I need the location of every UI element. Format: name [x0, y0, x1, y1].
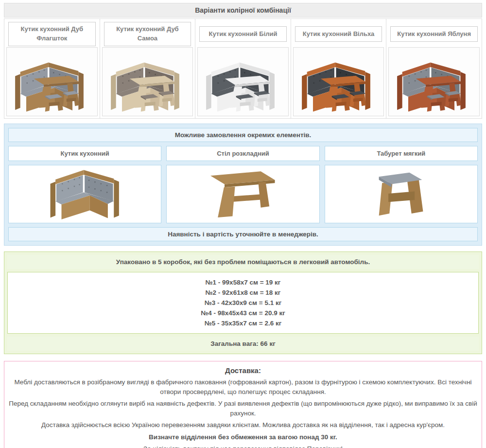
- box-dimension-line: №4 - 98х45х43 см = 20.9 кг: [10, 308, 476, 318]
- box-dimension-line: №1 - 99х58х7 см = 19 кг: [10, 277, 476, 287]
- element-title: Кутик кухонний: [8, 146, 161, 161]
- packaging-section: Упаковано в 5 коробок, які без проблем п…: [4, 251, 482, 354]
- variant-card: Кутик кухонний Дуб Флагшток: [4, 18, 100, 119]
- element-image[interactable]: [166, 165, 319, 223]
- variant-title: Кутик кухонний Вільха: [295, 26, 382, 42]
- kitchen-corner-set-icon: [104, 50, 191, 114]
- delivery-paragraph: Меблі доставляються в розібраному вигляд…: [8, 377, 478, 396]
- box-dimension-line: №3 - 42х30х9 см = 5.1 кг: [10, 298, 476, 308]
- box-dimension-line: №5 - 35х35х7 см = 2.6 кг: [10, 318, 476, 328]
- variant-title-wrap: Кутик кухонний Дуб Флагшток: [6, 21, 98, 47]
- product-info-page: Варіанти колірної комбінації Кутик кухон…: [4, 3, 482, 448]
- element-image[interactable]: [325, 165, 478, 223]
- element-column: Кутик кухонний: [8, 146, 161, 223]
- variants-header: Варіанти колірної комбінації: [4, 3, 482, 18]
- variant-image[interactable]: [102, 47, 193, 116]
- color-variants-section: Варіанти колірної комбінації Кутик кухон…: [4, 3, 482, 119]
- packaging-header: Упаковано в 5 коробок, які без проблем п…: [7, 255, 479, 269]
- folding-table-icon: [208, 168, 278, 220]
- box-dimension-line: №2 - 92х61х8 см = 18 кг: [10, 287, 476, 298]
- element-title: Стіл розкладний: [166, 146, 319, 161]
- kitchen-corner-set-icon: [200, 50, 286, 114]
- soft-stool-icon: [375, 168, 427, 220]
- element-title: Табурет мягкий: [325, 146, 478, 161]
- variant-title-wrap: Кутик кухонний Дуб Самоа: [102, 21, 193, 47]
- element-image[interactable]: [8, 165, 161, 223]
- kitchen-corner-set-icon: [9, 50, 95, 114]
- variant-title-wrap: Кутик кухонний Яблуня: [388, 21, 480, 47]
- single-elements-section: Можливе замовлення окремих елементів. Ку…: [4, 124, 482, 246]
- delivery-paragraph: Доставка здійснюється всією Україною пер…: [8, 420, 478, 430]
- variant-image[interactable]: [293, 47, 384, 116]
- delivery-weight-note: Визначте відділення без обмеження за ваг…: [8, 432, 478, 442]
- element-column: Табурет мягкий: [325, 146, 478, 223]
- delivery-title: Доставка:: [8, 366, 478, 375]
- variant-title: Кутик кухонний Білий: [199, 26, 287, 42]
- element-column: Стіл розкладний: [166, 146, 319, 223]
- variant-title: Кутик кухонний Дуб Самоа: [104, 22, 191, 46]
- variant-card: Кутик кухонний Білий: [195, 18, 291, 119]
- variant-card: Кутик кухонний Вільха: [291, 18, 387, 119]
- box-list: №1 - 99х58х7 см = 19 кг №2 - 92х61х8 см …: [7, 272, 479, 334]
- variant-title: Кутик кухонний Дуб Флагшток: [8, 22, 96, 46]
- variant-card: Кутик кухонний Дуб Самоа: [100, 18, 196, 119]
- corner-bench-icon: [49, 168, 121, 220]
- variant-image[interactable]: [388, 47, 480, 116]
- variant-image[interactable]: [197, 47, 289, 116]
- variant-title: Кутик кухонний Яблуня: [390, 26, 478, 42]
- variant-cards-row: Кутик кухонний Дуб Флагшток Кутик кухонн…: [4, 18, 482, 119]
- variant-card: Кутик кухонний Яблуня: [386, 18, 482, 119]
- delivery-paragraph: Перед складанням необхідно оглянути вирі…: [8, 399, 478, 418]
- kitchen-corner-set-icon: [391, 50, 477, 114]
- variant-title-wrap: Кутик кухонний Білий: [197, 21, 289, 47]
- element-columns: Кутик кухонний Стіл розкладний Табурет м…: [8, 146, 478, 223]
- kitchen-corner-set-icon: [295, 50, 382, 114]
- variant-image[interactable]: [6, 47, 98, 116]
- elements-header: Можливе замовлення окремих елементів.: [8, 128, 478, 142]
- delivery-carrier-note: За цілісність вантажу під час перевезенн…: [8, 444, 478, 448]
- variant-title-wrap: Кутик кухонний Вільха: [293, 21, 384, 47]
- total-weight: Загальна вага: 66 кг: [7, 337, 479, 351]
- delivery-section: Доставка: Меблі доставляються в розібран…: [4, 361, 482, 448]
- elements-footer-note: Наявність і вартість уточнюйте в менедже…: [8, 227, 478, 241]
